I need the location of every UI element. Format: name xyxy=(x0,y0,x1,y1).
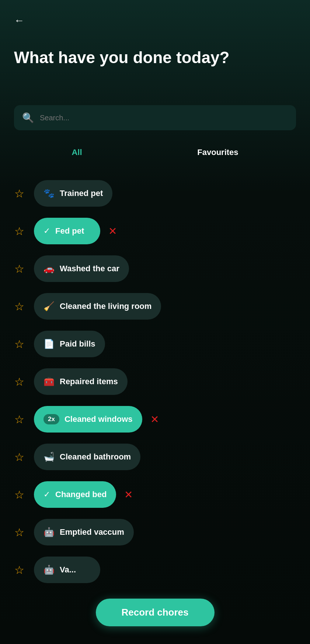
checkmark-icon: ✓ xyxy=(43,490,50,499)
chore-label: Cleaned windows xyxy=(65,414,133,424)
tab-all[interactable]: All xyxy=(57,144,97,161)
list-item: ☆ 2x Cleaned windows ✕ xyxy=(11,403,299,435)
remove-fed-pet-button[interactable]: ✕ xyxy=(108,225,117,237)
page-title: What have you done today? xyxy=(14,48,296,68)
tabs: All Favourites xyxy=(14,144,296,161)
chore-pill-changed-bed[interactable]: ✓ Changed bed xyxy=(34,481,116,508)
chore-pill-trained-pet[interactable]: 🐾 Trained pet xyxy=(34,180,112,207)
list-item: ☆ 🤖 Va... xyxy=(11,554,299,586)
tools-icon: 🧰 xyxy=(43,376,55,387)
list-item: ☆ ✓ Fed pet ✕ xyxy=(11,215,299,247)
tab-favourites[interactable]: Favourites xyxy=(182,144,253,161)
favourite-star-1[interactable]: ☆ xyxy=(11,187,27,200)
list-item: ☆ 🛁 Cleaned bathroom xyxy=(11,441,299,473)
vacuum-icon: 🤖 xyxy=(43,527,55,537)
chore-label: Changed bed xyxy=(55,490,107,499)
favourite-star-8[interactable]: ☆ xyxy=(11,451,27,464)
vacuum2-icon: 🤖 xyxy=(43,565,55,575)
chore-label: Va... xyxy=(60,565,76,575)
chore-label: Paid bills xyxy=(60,339,95,349)
favourite-star-9[interactable]: ☆ xyxy=(11,488,27,501)
bathroom-icon: 🛁 xyxy=(43,452,55,462)
broom-icon: 🧹 xyxy=(43,301,55,311)
record-chores-button[interactable]: Record chores xyxy=(95,599,214,626)
chore-pill-washed-car[interactable]: 🚗 Washed the car xyxy=(34,255,129,282)
chore-pill-cleaned-windows[interactable]: 2x Cleaned windows xyxy=(34,406,142,433)
list-item: ☆ 🧰 Repaired items xyxy=(11,365,299,398)
bills-icon: 📄 xyxy=(43,339,55,349)
checkmark-icon: ✓ xyxy=(43,226,50,236)
search-icon: 🔍 xyxy=(22,112,34,124)
list-item: ☆ 🤖 Emptied vaccum xyxy=(11,516,299,548)
list-item: ☆ 🐾 Trained pet xyxy=(11,177,299,210)
favourite-star-10[interactable]: ☆ xyxy=(11,526,27,539)
favourite-star-6[interactable]: ☆ xyxy=(11,375,27,388)
chore-pill-fed-pet[interactable]: ✓ Fed pet xyxy=(34,218,100,244)
chore-label: Repaired items xyxy=(60,377,118,386)
chore-label: Fed pet xyxy=(55,226,84,236)
car-icon: 🚗 xyxy=(43,264,55,274)
back-button[interactable]: ← xyxy=(14,16,24,26)
count-badge: 2x xyxy=(43,414,59,424)
search-input[interactable] xyxy=(40,114,288,122)
list-item: ☆ 🚗 Washed the car xyxy=(11,252,299,285)
chores-list: ☆ 🐾 Trained pet ☆ ✓ Fed pet ✕ ☆ 🚗 Washed… xyxy=(0,177,310,591)
favourite-star-11[interactable]: ☆ xyxy=(11,564,27,576)
chore-label: Emptied vaccum xyxy=(60,527,124,537)
chore-pill-cleaned-bathroom[interactable]: 🛁 Cleaned bathroom xyxy=(34,444,140,470)
chore-pill-repaired-items[interactable]: 🧰 Repaired items xyxy=(34,368,128,395)
chore-pill-emptied-vaccum[interactable]: 🤖 Emptied vaccum xyxy=(34,519,134,545)
search-bar: 🔍 xyxy=(14,105,296,130)
pet-train-icon: 🐾 xyxy=(43,188,55,199)
chore-label: Cleaned bathroom xyxy=(60,452,131,462)
favourite-star-3[interactable]: ☆ xyxy=(11,262,27,275)
favourite-star-7[interactable]: ☆ xyxy=(11,413,27,426)
favourite-star-5[interactable]: ☆ xyxy=(11,338,27,351)
chore-label: Washed the car xyxy=(60,264,119,273)
chore-label: Cleaned the living room xyxy=(60,302,151,311)
chore-pill-va[interactable]: 🤖 Va... xyxy=(34,557,100,583)
remove-cleaned-windows-button[interactable]: ✕ xyxy=(150,413,159,426)
list-item: ☆ ✓ Changed bed ✕ xyxy=(11,478,299,511)
favourite-star-4[interactable]: ☆ xyxy=(11,300,27,313)
chore-pill-living-room[interactable]: 🧹 Cleaned the living room xyxy=(34,293,161,320)
chore-pill-paid-bills[interactable]: 📄 Paid bills xyxy=(34,331,105,357)
list-item: ☆ 🧹 Cleaned the living room xyxy=(11,290,299,323)
chore-label: Trained pet xyxy=(60,189,103,198)
remove-changed-bed-button[interactable]: ✕ xyxy=(124,489,133,501)
list-item: ☆ 📄 Paid bills xyxy=(11,328,299,360)
favourite-star-2[interactable]: ☆ xyxy=(11,225,27,238)
